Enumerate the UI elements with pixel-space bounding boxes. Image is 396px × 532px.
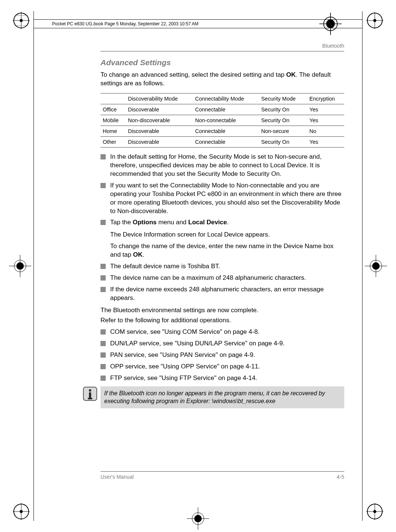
list-item: Tap the Options menu and Local Device. bbox=[100, 218, 344, 227]
square-bullet-icon bbox=[100, 376, 106, 381]
square-bullet-icon bbox=[100, 329, 106, 335]
list-item: DUN/LAP service, see "Using DUN/LAP Serv… bbox=[100, 339, 344, 348]
bullet-list-1: In the default setting for Home, the Sec… bbox=[100, 153, 344, 227]
sub-text-2: To change the name of the device, enter … bbox=[110, 242, 344, 259]
running-head-text: Pocket PC e830 UG.book Page 5 Monday, Se… bbox=[52, 21, 198, 26]
content-area: Bluetooth Advanced Settings To change an… bbox=[100, 43, 344, 408]
table-row: Mobile Non-discoverable Non-connectable … bbox=[100, 115, 344, 126]
square-bullet-icon bbox=[100, 287, 106, 292]
bullet-list-3: COM service, see "Using COM Service" on … bbox=[100, 328, 344, 383]
info-icon bbox=[83, 386, 98, 401]
col-encryption: Encryption bbox=[307, 93, 344, 104]
square-bullet-icon bbox=[100, 154, 106, 159]
col-discoverability: Discoverability Mode bbox=[126, 93, 193, 104]
info-callout: If the Bluetooth icon no longer appears … bbox=[83, 386, 344, 408]
print-mark-top-left bbox=[13, 12, 30, 29]
list-item: In the default setting for Home, the Sec… bbox=[100, 153, 344, 178]
bullet-list-2: The default device name is Toshiba BT. T… bbox=[100, 262, 344, 303]
section-title: Advanced Settings bbox=[100, 58, 344, 67]
list-item: COM service, see "Using COM Service" on … bbox=[100, 328, 344, 336]
sub-text-1: The Device Information screen for Local … bbox=[110, 231, 344, 239]
table-row: Other Discoverable Connectable Security … bbox=[100, 136, 344, 147]
page-frame: Pocket PC e830 UG.book Page 5 Monday, Se… bbox=[33, 11, 363, 521]
svg-rect-36 bbox=[89, 392, 91, 399]
running-header: Pocket PC e830 UG.book Page 5 Monday, Se… bbox=[33, 19, 363, 28]
info-text: If the Bluetooth icon no longer appears … bbox=[100, 386, 344, 408]
list-item: The default device name is Toshiba BT. bbox=[100, 262, 344, 271]
list-item: If the device name exceeds 248 alphanume… bbox=[100, 285, 344, 303]
square-bullet-icon bbox=[100, 183, 106, 188]
table-row: Home Discoverable Connectable Non-secure… bbox=[100, 126, 344, 136]
print-mark-top-right bbox=[366, 12, 383, 29]
square-bullet-icon bbox=[100, 264, 106, 269]
footer-left: User's Manual bbox=[100, 474, 134, 480]
col-security: Security Mode bbox=[259, 93, 307, 104]
square-bullet-icon bbox=[100, 220, 106, 225]
list-item: The device name can be a maximum of 248 … bbox=[100, 274, 344, 282]
list-item: If you want to set the Connectability Mo… bbox=[100, 181, 344, 216]
footer-right: 4-5 bbox=[337, 474, 344, 480]
print-mark-bottom-left bbox=[13, 503, 30, 520]
svg-point-35 bbox=[89, 389, 91, 391]
square-bullet-icon bbox=[100, 341, 106, 346]
print-mark-bottom-right bbox=[366, 503, 383, 520]
page-footer: User's Manual 4-5 bbox=[100, 471, 344, 480]
list-item: PAN service, see "Using PAN Service" on … bbox=[100, 351, 344, 360]
square-bullet-icon bbox=[100, 275, 106, 281]
svg-rect-37 bbox=[88, 398, 92, 399]
breadcrumb: Bluetooth bbox=[100, 43, 344, 49]
list-item: FTP service, see "Using FTP Service" on … bbox=[100, 374, 344, 383]
square-bullet-icon bbox=[100, 364, 106, 369]
list-item: OPP service, see "Using OPP Service" on … bbox=[100, 362, 344, 371]
intro-text: To change an advanced setting, select th… bbox=[100, 71, 344, 88]
col-blank bbox=[100, 93, 126, 104]
header-divider bbox=[100, 51, 344, 51]
table-header-row: Discoverability Mode Connectability Mode… bbox=[100, 93, 344, 104]
settings-table: Discoverability Mode Connectability Mode… bbox=[100, 93, 344, 148]
para-refer: Refer to the following for additional op… bbox=[100, 316, 344, 325]
para-complete: The Bluetooth environmental settings are… bbox=[100, 306, 344, 315]
square-bullet-icon bbox=[100, 352, 106, 358]
col-connectability: Connectability Mode bbox=[193, 93, 259, 104]
table-row: Office Discoverable Connectable Security… bbox=[100, 104, 344, 115]
cross-mark-left bbox=[9, 255, 31, 277]
cross-mark-right bbox=[365, 255, 387, 277]
